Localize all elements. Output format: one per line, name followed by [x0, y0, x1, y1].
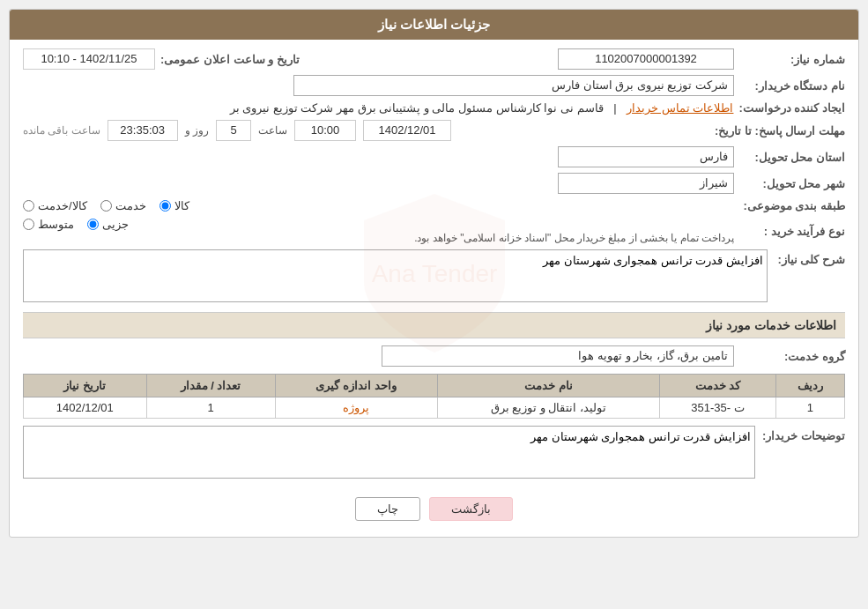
purchase-jozyi-radio[interactable] — [87, 219, 99, 230]
button-row: بازگشت چاپ — [23, 486, 845, 528]
remaining-time: 23:35:03 — [108, 120, 178, 141]
category-label: طبقه بندی موضوعی: — [739, 199, 845, 212]
need-number-row: شماره نیاز: 1102007000001392 تاریخ و ساع… — [23, 48, 845, 70]
response-deadline-row: مهلت ارسال پاسخ: تا تاریخ: ساعت باقی مان… — [23, 120, 845, 141]
services-table: ردیف کد خدمت نام خدمت واحد اندازه گیری ت… — [23, 374, 845, 419]
cell-code: ت -35-351 — [660, 397, 776, 419]
cell-unit: پروژه — [275, 397, 437, 419]
col-name: نام خدمت — [437, 375, 659, 397]
purchase-type-label: نوع فرآیند خرید : — [739, 225, 845, 238]
category-kala-option: کالا — [160, 199, 189, 212]
buyer-notes-content — [23, 426, 755, 481]
buyer-notes-textarea[interactable] — [23, 426, 755, 479]
services-table-header-row: ردیف کد خدمت نام خدمت واحد اندازه گیری ت… — [24, 375, 845, 397]
city-value-wrapper: شیراز — [23, 173, 734, 194]
province-row: استان محل تحویل: فارس — [23, 146, 845, 167]
page-title: جزئیات اطلاعات نیاز — [10, 10, 858, 40]
category-row: طبقه بندی موضوعی: کالا/خدمت خدمت کالا — [23, 199, 845, 212]
buyer-org-value: شرکت توزیع نیروی برق استان فارس — [293, 75, 734, 96]
col-unit: واحد اندازه گیری — [275, 375, 437, 397]
response-time-label: ساعت — [258, 124, 287, 137]
services-table-header: ردیف کد خدمت نام خدمت واحد اندازه گیری ت… — [24, 375, 845, 397]
main-card: Ana Tender جزئیات اطلاعات نیاز شماره نیا… — [9, 9, 859, 538]
category-khedmat-radio[interactable] — [100, 200, 112, 212]
city-value: شیراز — [558, 173, 734, 194]
cell-row-num: 1 — [775, 397, 844, 419]
col-quantity: تعداد / مقدار — [146, 375, 275, 397]
col-row-num: ردیف — [775, 375, 844, 397]
category-options: کالا/خدمت خدمت کالا — [23, 199, 734, 212]
need-description-label: شرح کلی نیاز: — [775, 249, 845, 266]
response-deadline-label: مهلت ارسال پاسخ: تا تاریخ: — [715, 124, 845, 137]
creator-value: قاسم نی نوا کارشناس مسئول مالی و پشتیبان… — [230, 101, 604, 115]
purchase-radio-group: متوسط جزیی — [23, 218, 734, 231]
city-row: شهر محل تحویل: شیراز — [23, 173, 845, 194]
service-group-row: گروه خدمت: تامین برق، گاز، بخار و تهویه … — [23, 345, 845, 367]
category-kala-khedmat-label: کالا/خدمت — [38, 199, 87, 212]
category-kala-radio[interactable] — [160, 200, 171, 212]
response-time: 10:00 — [294, 120, 356, 141]
need-number-value: 1102007000001392 — [558, 48, 734, 70]
cell-quantity: 1 — [146, 397, 275, 419]
buyer-org-row: نام دستگاه خریدار: شرکت توزیع نیروی برق … — [23, 75, 845, 96]
response-time-wrapper: ساعت باقی مانده 23:35:03 روز و 5 ساعت 10… — [23, 120, 709, 141]
purchase-jozyi-label: جزیی — [102, 218, 129, 231]
response-date: 1402/12/01 — [363, 120, 451, 141]
service-group-value-wrapper: تامین برق، گاز، بخار و تهویه هوا — [23, 345, 734, 367]
col-date: تاریخ نیاز — [24, 375, 147, 397]
table-row: 1 ت -35-351 تولید، انتقال و توزیع برق پر… — [24, 397, 845, 419]
creator-row: ایجاد کننده درخواست: اطلاعات تماس خریدار… — [23, 101, 845, 115]
response-days: 5 — [216, 120, 251, 141]
purchase-type-options: متوسط جزیی پرداخت تمام یا بخشی از مبلغ خ… — [23, 218, 734, 244]
cell-date: 1402/12/01 — [24, 397, 147, 419]
city-label: شهر محل تحویل: — [739, 177, 845, 190]
buyer-org-value-wrapper: شرکت توزیع نیروی برق استان فارس — [23, 75, 734, 96]
purchase-mota-radio[interactable] — [23, 219, 34, 230]
back-button[interactable]: بازگشت — [429, 497, 513, 521]
buyer-org-label: نام دستگاه خریدار: — [739, 79, 845, 93]
service-group-value: تامین برق، گاز، بخار و تهویه هوا — [382, 345, 734, 367]
province-value-wrapper: فارس — [23, 146, 734, 167]
province-label: استان محل تحویل: — [739, 151, 845, 164]
print-button[interactable]: چاپ — [355, 497, 420, 521]
response-day-label: روز و — [185, 124, 209, 137]
need-description-section: شرح کلی نیاز: — [23, 249, 845, 305]
need-number-value-wrapper: 1102007000001392 — [323, 48, 734, 70]
buyer-notes-section: توضیحات خریدار: — [23, 426, 845, 481]
category-kala-khedmat-option: کالا/خدمت — [23, 199, 87, 212]
category-kala-khedmat-radio[interactable] — [23, 200, 34, 212]
creator-link[interactable]: اطلاعات تماس خریدار — [627, 101, 733, 115]
buyer-notes-label: توضیحات خریدار: — [762, 426, 845, 442]
announcement-time-label: تاریخ و ساعت اعلان عمومی: — [160, 53, 300, 66]
category-kala-label: کالا — [174, 199, 189, 212]
cell-name: تولید، انتقال و توزیع برق — [437, 397, 659, 419]
need-number-label: شماره نیاز: — [739, 53, 845, 66]
category-khedmat-option: خدمت — [100, 199, 146, 212]
purchase-note: پرداخت تمام یا بخشی از مبلغ خریدار محل "… — [414, 232, 734, 244]
col-code: کد خدمت — [660, 375, 776, 397]
province-value: فارس — [558, 146, 734, 167]
remaining-label: ساعت باقی مانده — [23, 124, 100, 137]
purchase-mota-label: متوسط — [38, 218, 74, 231]
creator-value-wrapper: اطلاعات تماس خریدار | قاسم نی نوا کارشنا… — [23, 101, 733, 115]
creator-label: ایجاد کننده درخواست: — [738, 101, 845, 115]
service-group-label: گروه خدمت: — [739, 350, 845, 363]
card-body: شماره نیاز: 1102007000001392 تاریخ و ساع… — [10, 40, 858, 537]
need-description-content — [23, 249, 768, 305]
announcement-time-value: 1402/11/25 - 10:10 — [23, 48, 155, 70]
purchase-mota-option: متوسط — [23, 218, 74, 231]
services-section-title: اطلاعات خدمات مورد نیاز — [23, 312, 845, 338]
page-wrapper: Ana Tender جزئیات اطلاعات نیاز شماره نیا… — [0, 0, 868, 609]
purchase-jozyi-option: جزیی — [87, 218, 129, 231]
category-khedmat-label: خدمت — [115, 199, 146, 212]
services-table-body: 1 ت -35-351 تولید، انتقال و توزیع برق پر… — [24, 397, 845, 419]
need-description-textarea[interactable] — [23, 249, 768, 302]
purchase-type-row: نوع فرآیند خرید : متوسط جزیی پرداخت تمام… — [23, 218, 845, 244]
